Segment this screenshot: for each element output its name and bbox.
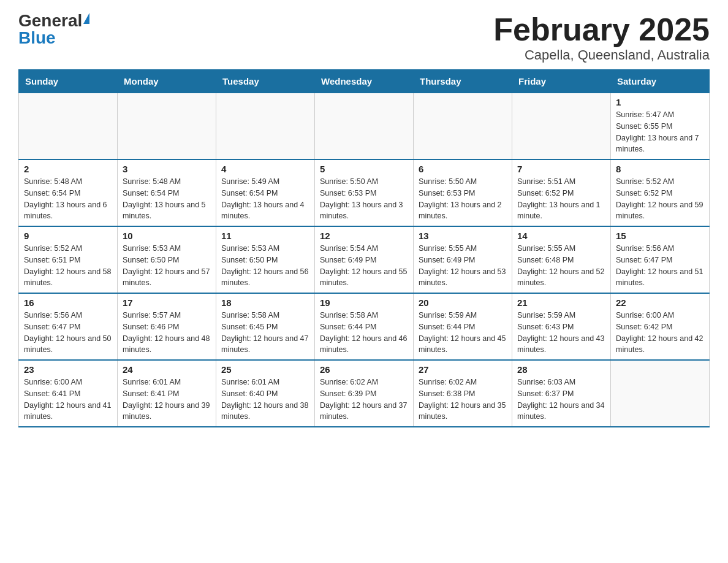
calendar-cell: 19Sunrise: 5:58 AM Sunset: 6:44 PM Dayli… (315, 293, 414, 360)
calendar-cell: 15Sunrise: 5:56 AM Sunset: 6:47 PM Dayli… (611, 226, 710, 293)
day-number: 7 (517, 164, 605, 174)
calendar-body: 1Sunrise: 5:47 AM Sunset: 6:55 PM Daylig… (19, 93, 710, 427)
day-number: 4 (221, 164, 309, 174)
day-number: 21 (517, 297, 605, 308)
day-info: Sunrise: 5:56 AM Sunset: 6:47 PM Dayligh… (616, 243, 704, 289)
calendar-week-4: 23Sunrise: 6:00 AM Sunset: 6:41 PM Dayli… (19, 360, 710, 427)
weekday-row: SundayMondayTuesdayWednesdayThursdayFrid… (19, 70, 710, 93)
day-info: Sunrise: 5:48 AM Sunset: 6:54 PM Dayligh… (123, 176, 211, 222)
day-number: 18 (221, 297, 309, 308)
day-info: Sunrise: 5:52 AM Sunset: 6:52 PM Dayligh… (616, 176, 704, 222)
logo: General Blue (18, 12, 89, 47)
weekday-header-tuesday: Tuesday (216, 70, 315, 93)
calendar-cell: 23Sunrise: 6:00 AM Sunset: 6:41 PM Dayli… (19, 360, 118, 427)
day-number: 5 (320, 164, 408, 174)
calendar-header: SundayMondayTuesdayWednesdayThursdayFrid… (19, 70, 710, 93)
day-number: 13 (419, 231, 507, 241)
calendar-cell (19, 93, 118, 160)
day-info: Sunrise: 5:55 AM Sunset: 6:48 PM Dayligh… (517, 243, 605, 289)
calendar-cell: 7Sunrise: 5:51 AM Sunset: 6:52 PM Daylig… (512, 159, 611, 226)
day-number: 11 (221, 231, 309, 241)
weekday-header-friday: Friday (512, 70, 611, 93)
calendar-table: SundayMondayTuesdayWednesdayThursdayFrid… (18, 69, 710, 427)
calendar-cell: 9Sunrise: 5:52 AM Sunset: 6:51 PM Daylig… (19, 226, 118, 293)
day-number: 6 (419, 164, 507, 174)
calendar-cell (118, 93, 216, 160)
calendar-cell: 25Sunrise: 6:01 AM Sunset: 6:40 PM Dayli… (216, 360, 315, 427)
calendar-cell: 22Sunrise: 6:00 AM Sunset: 6:42 PM Dayli… (611, 293, 710, 360)
calendar-cell (512, 93, 611, 160)
day-info: Sunrise: 6:02 AM Sunset: 6:38 PM Dayligh… (419, 377, 507, 423)
calendar-subtitle: Capella, Queensland, Australia (493, 47, 710, 63)
calendar-cell: 18Sunrise: 5:58 AM Sunset: 6:45 PM Dayli… (216, 293, 315, 360)
day-info: Sunrise: 6:03 AM Sunset: 6:37 PM Dayligh… (517, 377, 605, 423)
calendar-cell: 1Sunrise: 5:47 AM Sunset: 6:55 PM Daylig… (611, 93, 710, 160)
logo-blue-text: Blue (18, 29, 56, 47)
calendar-cell: 13Sunrise: 5:55 AM Sunset: 6:49 PM Dayli… (414, 226, 512, 293)
day-number: 19 (320, 297, 408, 308)
day-info: Sunrise: 5:52 AM Sunset: 6:51 PM Dayligh… (24, 243, 112, 289)
logo-triangle-icon (83, 13, 89, 24)
calendar-cell: 3Sunrise: 5:48 AM Sunset: 6:54 PM Daylig… (118, 159, 216, 226)
day-info: Sunrise: 5:54 AM Sunset: 6:49 PM Dayligh… (320, 243, 408, 289)
calendar-cell: 26Sunrise: 6:02 AM Sunset: 6:39 PM Dayli… (315, 360, 414, 427)
day-number: 8 (616, 164, 704, 174)
calendar-cell: 4Sunrise: 5:49 AM Sunset: 6:54 PM Daylig… (216, 159, 315, 226)
calendar-title: February 2025 (493, 12, 710, 47)
day-info: Sunrise: 5:53 AM Sunset: 6:50 PM Dayligh… (221, 243, 309, 289)
calendar-week-3: 16Sunrise: 5:56 AM Sunset: 6:47 PM Dayli… (19, 293, 710, 360)
day-number: 25 (221, 364, 309, 375)
day-info: Sunrise: 6:02 AM Sunset: 6:39 PM Dayligh… (320, 377, 408, 423)
day-info: Sunrise: 5:59 AM Sunset: 6:44 PM Dayligh… (419, 310, 507, 356)
day-number: 14 (517, 231, 605, 241)
day-info: Sunrise: 6:00 AM Sunset: 6:41 PM Dayligh… (24, 377, 112, 423)
title-block: February 2025 Capella, Queensland, Austr… (493, 12, 710, 63)
day-info: Sunrise: 5:48 AM Sunset: 6:54 PM Dayligh… (24, 176, 112, 222)
day-number: 12 (320, 231, 408, 241)
weekday-header-saturday: Saturday (611, 70, 710, 93)
calendar-cell: 14Sunrise: 5:55 AM Sunset: 6:48 PM Dayli… (512, 226, 611, 293)
page-header: General Blue February 2025 Capella, Quee… (18, 12, 710, 63)
calendar-cell: 24Sunrise: 6:01 AM Sunset: 6:41 PM Dayli… (118, 360, 216, 427)
day-info: Sunrise: 5:49 AM Sunset: 6:54 PM Dayligh… (221, 176, 309, 222)
calendar-cell: 21Sunrise: 5:59 AM Sunset: 6:43 PM Dayli… (512, 293, 611, 360)
day-number: 28 (517, 364, 605, 375)
day-info: Sunrise: 5:47 AM Sunset: 6:55 PM Dayligh… (616, 109, 704, 155)
day-number: 16 (24, 297, 112, 308)
logo-general-text: General (18, 12, 82, 29)
day-info: Sunrise: 5:50 AM Sunset: 6:53 PM Dayligh… (320, 176, 408, 222)
day-number: 3 (123, 164, 211, 174)
day-number: 24 (123, 364, 211, 375)
day-info: Sunrise: 5:58 AM Sunset: 6:45 PM Dayligh… (221, 310, 309, 356)
weekday-header-sunday: Sunday (19, 70, 118, 93)
day-number: 10 (123, 231, 211, 241)
day-info: Sunrise: 5:59 AM Sunset: 6:43 PM Dayligh… (517, 310, 605, 356)
calendar-cell (216, 93, 315, 160)
calendar-cell: 10Sunrise: 5:53 AM Sunset: 6:50 PM Dayli… (118, 226, 216, 293)
day-number: 15 (616, 231, 704, 241)
calendar-cell (414, 93, 512, 160)
day-info: Sunrise: 5:58 AM Sunset: 6:44 PM Dayligh… (320, 310, 408, 356)
calendar-cell: 17Sunrise: 5:57 AM Sunset: 6:46 PM Dayli… (118, 293, 216, 360)
calendar-cell: 6Sunrise: 5:50 AM Sunset: 6:53 PM Daylig… (414, 159, 512, 226)
day-number: 20 (419, 297, 507, 308)
calendar-week-2: 9Sunrise: 5:52 AM Sunset: 6:51 PM Daylig… (19, 226, 710, 293)
calendar-cell (315, 93, 414, 160)
day-info: Sunrise: 6:01 AM Sunset: 6:40 PM Dayligh… (221, 377, 309, 423)
calendar-cell: 11Sunrise: 5:53 AM Sunset: 6:50 PM Dayli… (216, 226, 315, 293)
calendar-cell: 12Sunrise: 5:54 AM Sunset: 6:49 PM Dayli… (315, 226, 414, 293)
calendar-cell: 2Sunrise: 5:48 AM Sunset: 6:54 PM Daylig… (19, 159, 118, 226)
day-info: Sunrise: 5:50 AM Sunset: 6:53 PM Dayligh… (419, 176, 507, 222)
weekday-header-thursday: Thursday (414, 70, 512, 93)
day-info: Sunrise: 5:57 AM Sunset: 6:46 PM Dayligh… (123, 310, 211, 356)
day-number: 1 (616, 97, 704, 107)
day-info: Sunrise: 5:56 AM Sunset: 6:47 PM Dayligh… (24, 310, 112, 356)
calendar-cell: 8Sunrise: 5:52 AM Sunset: 6:52 PM Daylig… (611, 159, 710, 226)
calendar-cell: 5Sunrise: 5:50 AM Sunset: 6:53 PM Daylig… (315, 159, 414, 226)
calendar-cell: 28Sunrise: 6:03 AM Sunset: 6:37 PM Dayli… (512, 360, 611, 427)
day-info: Sunrise: 5:55 AM Sunset: 6:49 PM Dayligh… (419, 243, 507, 289)
day-info: Sunrise: 5:53 AM Sunset: 6:50 PM Dayligh… (123, 243, 211, 289)
day-number: 27 (419, 364, 507, 375)
day-info: Sunrise: 6:00 AM Sunset: 6:42 PM Dayligh… (616, 310, 704, 356)
day-number: 17 (123, 297, 211, 308)
